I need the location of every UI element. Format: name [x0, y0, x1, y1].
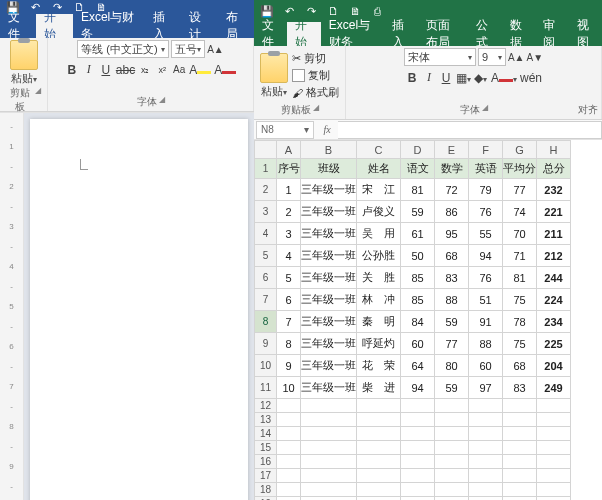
cell[interactable]: 85 — [401, 289, 435, 311]
save-icon[interactable]: 💾 — [260, 4, 274, 18]
tab-home[interactable]: 开始 — [287, 22, 320, 46]
tab-insert[interactable]: 插入 — [145, 14, 181, 38]
cell[interactable]: 51 — [469, 289, 503, 311]
cell[interactable] — [401, 441, 435, 455]
cell[interactable]: 232 — [537, 179, 571, 201]
cell[interactable]: 59 — [435, 377, 469, 399]
cell[interactable] — [277, 497, 301, 501]
italic-icon[interactable]: I — [82, 62, 96, 77]
col-header[interactable]: C — [357, 141, 401, 159]
cell[interactable] — [537, 413, 571, 427]
cell[interactable] — [537, 441, 571, 455]
cell[interactable] — [357, 497, 401, 501]
cell[interactable] — [469, 399, 503, 413]
cell[interactable]: 234 — [537, 311, 571, 333]
undo-icon[interactable]: ↶ — [282, 4, 296, 18]
cell[interactable] — [503, 441, 537, 455]
cell[interactable] — [503, 469, 537, 483]
row-header[interactable]: 18 — [255, 483, 277, 497]
row-header[interactable]: 7 — [255, 289, 277, 311]
cell[interactable]: 吴 用 — [357, 223, 401, 245]
italic-icon[interactable]: I — [422, 70, 436, 85]
row-header[interactable]: 19 — [255, 497, 277, 501]
cell[interactable] — [301, 469, 357, 483]
row-header[interactable]: 10 — [255, 355, 277, 377]
cell[interactable]: 244 — [537, 267, 571, 289]
tab-insert[interactable]: 插入 — [384, 22, 417, 46]
cell[interactable] — [301, 427, 357, 441]
dialog-launcher-icon[interactable]: ◢ — [482, 103, 488, 117]
row-header[interactable]: 8 — [255, 311, 277, 333]
formula-input[interactable] — [338, 121, 602, 139]
cell[interactable]: 6 — [277, 289, 301, 311]
cell[interactable] — [469, 469, 503, 483]
cell[interactable]: 83 — [435, 267, 469, 289]
cell[interactable]: 公孙胜 — [357, 245, 401, 267]
strike-icon[interactable]: abc — [116, 63, 135, 77]
subscript-icon[interactable]: x₂ — [138, 65, 152, 75]
cell[interactable]: 1 — [277, 179, 301, 201]
cell[interactable]: 249 — [537, 377, 571, 399]
table-header-cell[interactable]: 平均分 — [503, 159, 537, 179]
col-header[interactable]: D — [401, 141, 435, 159]
cell[interactable] — [469, 413, 503, 427]
cell[interactable]: 97 — [469, 377, 503, 399]
cell[interactable] — [357, 441, 401, 455]
cell[interactable] — [357, 413, 401, 427]
cell[interactable] — [357, 469, 401, 483]
cell[interactable]: 77 — [503, 179, 537, 201]
dialog-launcher-icon[interactable]: ◢ — [35, 86, 41, 114]
tab-excelfin[interactable]: Excel与财务 — [73, 14, 145, 38]
cell[interactable]: 60 — [469, 355, 503, 377]
table-header-cell[interactable]: 姓名 — [357, 159, 401, 179]
font-color-icon[interactable]: A — [214, 63, 236, 77]
copy-button[interactable]: 复制 — [292, 68, 339, 83]
tab-data[interactable]: 数据 — [502, 22, 535, 46]
col-header[interactable]: H — [537, 141, 571, 159]
cell[interactable]: 59 — [401, 201, 435, 223]
cell[interactable]: 三年级一班 — [301, 333, 357, 355]
cell[interactable]: 71 — [503, 245, 537, 267]
font-color-icon[interactable]: A▾ — [491, 71, 517, 85]
cell[interactable] — [401, 427, 435, 441]
cell[interactable]: 76 — [469, 267, 503, 289]
cell[interactable]: 3 — [277, 223, 301, 245]
shrink-font-icon[interactable]: A▼ — [527, 52, 544, 63]
cell[interactable]: 2 — [277, 201, 301, 223]
font-name-combo[interactable]: 等线 (中文正文)▾ — [77, 40, 169, 58]
cell[interactable]: 70 — [503, 223, 537, 245]
row-header[interactable]: 6 — [255, 267, 277, 289]
cell[interactable] — [537, 469, 571, 483]
cell[interactable]: 61 — [401, 223, 435, 245]
cell[interactable]: 79 — [469, 179, 503, 201]
cell[interactable]: 76 — [469, 201, 503, 223]
cut-button[interactable]: ✂剪切 — [292, 51, 339, 66]
cell[interactable]: 10 — [277, 377, 301, 399]
cell[interactable] — [435, 497, 469, 501]
cell[interactable] — [357, 455, 401, 469]
col-header[interactable]: G — [503, 141, 537, 159]
col-header[interactable]: B — [301, 141, 357, 159]
cell[interactable] — [435, 413, 469, 427]
cell[interactable]: 秦 明 — [357, 311, 401, 333]
cell[interactable] — [401, 399, 435, 413]
cell[interactable]: 8 — [277, 333, 301, 355]
cell[interactable]: 74 — [503, 201, 537, 223]
cell[interactable] — [357, 399, 401, 413]
cell[interactable] — [503, 455, 537, 469]
cell[interactable]: 83 — [503, 377, 537, 399]
tab-formulas[interactable]: 公式 — [468, 22, 501, 46]
tab-view[interactable]: 视图 — [569, 22, 602, 46]
cell[interactable] — [435, 427, 469, 441]
row-header[interactable]: 16 — [255, 455, 277, 469]
cell[interactable]: 68 — [435, 245, 469, 267]
cell[interactable] — [537, 497, 571, 501]
underline-icon[interactable]: U — [439, 71, 453, 85]
paste-icon[interactable] — [10, 40, 38, 70]
cell[interactable] — [301, 455, 357, 469]
cell[interactable] — [503, 483, 537, 497]
tab-file[interactable]: 文件 — [254, 22, 287, 46]
cell[interactable]: 81 — [401, 179, 435, 201]
cell[interactable]: 221 — [537, 201, 571, 223]
cell[interactable] — [301, 399, 357, 413]
